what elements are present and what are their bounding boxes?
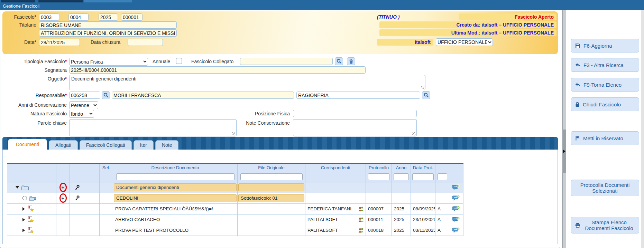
cutoff-tab[interactable] [84,0,132,2]
col-data-prot: Data Prot. [411,163,435,172]
save-icon [575,43,580,48]
resize-grip-icon[interactable] [412,132,416,135]
page-title-bar: Gestione Fascicoli [0,2,644,10]
f6-aggiorna-button[interactable]: F6-Aggiorna [571,39,639,53]
add-comment-button[interactable] [449,206,463,212]
responsabile-ufficio-field[interactable] [296,92,420,99]
fascicolo-header-panel: Fascicolo* (TITNUO ) Fascicolo Aperto Ti… [2,11,558,54]
main-panel: Fascicolo* (TITNUO ) Fascicolo Aperto Ti… [0,10,560,248]
splitter-bar[interactable] [562,10,566,248]
filter-protocollo-input[interactable] [368,173,389,180]
posizione-fisica-field[interactable] [293,110,417,117]
segnatura-field[interactable] [69,66,366,74]
fascicolo-descrizione-box[interactable]: Documenti generici dipendenti [114,183,237,191]
tab-fascicoli-collegati[interactable]: Fascicoli Collegati [80,140,132,150]
documents-panel: Elenco Documenti Sel. Descrizione Docume… [2,150,558,244]
expand-caret-icon[interactable] [22,229,25,232]
resize-grip-icon[interactable] [421,86,424,89]
f3-altra-ricerca-button[interactable]: F3 - Altra Ricerca [571,58,639,72]
natura-fascicolo-select[interactable]: Ibrido [69,110,94,118]
people-icon[interactable] [358,206,364,211]
sottofascicolo-file-box[interactable]: Sottofascicolo: 01 [238,194,304,202]
resize-grip-icon[interactable] [232,132,236,135]
titolario-field-1[interactable] [39,21,177,29]
documents-table: Sel. Descrizione Documento File Original… [7,163,463,236]
filter-descrizione-input[interactable] [116,173,234,180]
fascicolo-anno-field[interactable] [99,13,118,21]
expand-caret-icon[interactable] [22,218,25,221]
add-document-button[interactable]: + [62,185,65,190]
table-row-documento: PROVA CARATTERI SPECIALI ÒÀÙ£$%&/()=! FE… [7,203,463,214]
sottofascicolo-descrizione-box[interactable]: CEDOLINI [114,194,237,202]
anni-conservazione-select[interactable]: Perenne [69,101,98,109]
collapse-caret-icon[interactable] [16,186,19,189]
filter-anno-input[interactable] [394,173,409,180]
select-radio[interactable] [22,196,27,200]
data-chiusura-field[interactable] [128,39,163,46]
stampa-elenco-button[interactable]: Stampa Elenco Documenti Fascicolo [571,217,639,233]
people-icon[interactable] [358,228,364,233]
lock-icon [575,102,580,107]
expand-caret-icon[interactable] [22,207,25,211]
fascicolo-code2-field[interactable] [68,13,89,21]
fascicolo-file-box[interactable] [238,183,304,191]
add-comment-button[interactable] [449,227,463,233]
chiudi-fascicolo-button[interactable]: Chiudi Fascicolo [571,97,639,111]
tab-allegati[interactable]: Allegati [49,140,78,150]
protocolla-documenti-button[interactable]: Protocolla Documenti Selezionati [571,180,639,196]
window-edge [641,10,644,248]
responsabile-nome-field[interactable] [112,92,294,99]
table-row-documento: ARRIVO CARTACEO PALITALSOFT 000011 2025 … [7,214,463,225]
fascicolo-numero-field[interactable] [121,13,142,21]
add-comment-button[interactable] [449,217,463,223]
filter-file-input[interactable] [240,173,303,180]
document-star-icon [27,227,34,233]
add-document-button[interactable]: + [62,195,65,201]
creato-da-banner: Creato da: italsoft – UFFICIO PERSONALE [379,21,556,28]
annuale-checkbox[interactable] [176,58,182,64]
clear-fascicolo-button[interactable] [347,57,355,65]
parole-chiave-textarea[interactable] [69,119,237,136]
titolario-field-2[interactable] [39,29,177,37]
required-mark: * [35,39,36,45]
fascicolo-code1-field[interactable] [39,13,59,21]
search-fascicolo-button[interactable] [335,57,343,65]
metti-in-riservato-button[interactable]: Metti in Riservato [571,131,639,145]
tab-note[interactable]: Note [155,140,179,150]
table-header-row: Sel. Descrizione Documento File Original… [7,163,463,172]
search-ufficio-button[interactable] [422,91,430,99]
people-icon[interactable] [358,217,364,222]
fascicolo-collegato-field[interactable] [240,58,333,65]
tab-iter[interactable]: Iter [134,140,154,150]
key-button[interactable] [70,195,85,201]
col-sel: Sel. [100,163,113,172]
tipologia-select[interactable]: Persona Fisica [69,58,148,66]
splitter-collapse-handle[interactable] [562,130,566,173]
note-conservazione-textarea[interactable] [293,119,417,136]
cutoff-tab[interactable] [38,0,83,2]
documento-descrizione[interactable]: PROVA CARATTERI SPECIALI ÒÀÙ£$%&/()=! [113,206,237,211]
ufficio-select[interactable]: UFFICIO PERSONALE [436,38,493,46]
cutoff-tab[interactable] [1,0,35,2]
elenco-documenti-header: Elenco Documenti [7,152,552,161]
page-title: Gestione Fascicoli [3,3,39,9]
data-field[interactable] [39,39,80,46]
key-button[interactable] [70,185,85,190]
corrispondente-name: PALITALSOFT [307,228,338,233]
filter-stato-input[interactable] [438,173,447,180]
add-comment-button[interactable] [449,184,463,191]
tab-documenti[interactable]: Documenti [8,139,47,150]
filter-data-prot-input[interactable] [412,173,434,180]
responsabile-label: Responsabile* [0,93,67,98]
f9-torna-elenco-button[interactable]: F9-Torna Elenco [571,78,639,92]
responsabile-code-field[interactable] [69,92,100,99]
search-responsabile-button[interactable] [102,91,110,99]
oggetto-textarea[interactable]: Documenti generici dipendenti [69,75,425,90]
folder-icon [21,185,29,190]
actions-sidebar: F6-Aggiorna F3 - Altra Ricerca F9-Torna … [568,10,641,248]
search-icon [337,59,342,64]
natura-fascicolo-label: Natura Fascicolo [0,111,67,116]
add-comment-button[interactable] [449,195,463,201]
documento-descrizione[interactable]: ARRIVO CARTACEO [113,217,237,222]
documento-descrizione[interactable]: PROVA PER TEST PROTOCOLLO [113,228,237,233]
